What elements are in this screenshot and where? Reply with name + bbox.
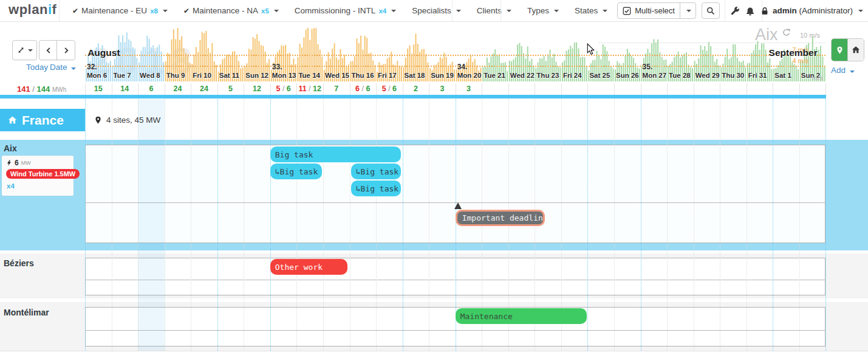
day-column-label[interactable]: Sun 26 (616, 72, 639, 79)
day-separator (138, 83, 138, 95)
day-column-label[interactable]: Wed 22 (510, 72, 535, 79)
day-column-label[interactable]: Sun 19 (431, 72, 454, 79)
zoom-range-button[interactable] (12, 40, 37, 60)
day-separator (799, 83, 800, 95)
task-bar-big-task[interactable]: ↳Big task (270, 164, 322, 179)
grid-dayline (720, 99, 720, 351)
day-column-label[interactable]: Mon 13 (272, 72, 296, 79)
day-column-label[interactable]: Thu 23 (536, 72, 559, 79)
wrench-icon[interactable] (730, 6, 740, 16)
day-column-label[interactable]: Thu 9 (166, 72, 185, 79)
day-column-label[interactable]: Fri 10 (193, 72, 211, 79)
task-bar-other-work[interactable]: Other work (270, 259, 348, 275)
caret-down-icon (456, 10, 461, 12)
task-bar-important-deadline[interactable]: Important deadline (456, 210, 545, 226)
day-column-label[interactable]: Wed 15 (325, 72, 349, 79)
next-button[interactable] (56, 40, 75, 60)
day-column-label[interactable]: Mon 6 (87, 72, 107, 79)
prev-button[interactable] (39, 40, 58, 60)
map-pin-icon (94, 115, 102, 125)
wind-threshold-line (85, 55, 825, 56)
day-column-label[interactable]: Tue 21 (484, 72, 505, 79)
nav-menu-container: ✔Maintenance - EUx8✔Maintenance - NAx5Co… (64, 0, 615, 21)
home-view-button[interactable] (847, 39, 864, 61)
nav-menu-commissioning-intl[interactable]: Commissioning - INTLx4 (287, 6, 404, 15)
day-separator (376, 83, 377, 95)
nav-menu-states[interactable]: States (567, 6, 615, 15)
day-column-label[interactable]: Wed 8 (140, 72, 160, 79)
day-separator (112, 83, 112, 95)
nav-menu-clients[interactable]: Clients (469, 6, 519, 15)
nav-menu-types[interactable]: Types (519, 6, 567, 15)
bolt-icon (6, 159, 12, 167)
site-row-beziers[interactable]: Béziers (4, 258, 34, 268)
grid-dayline (270, 99, 271, 351)
task-bar-big-task[interactable]: ↳Big task (351, 164, 401, 179)
day-production-value: 15 (85, 84, 112, 93)
group-row-france[interactable]: France (0, 109, 85, 131)
multi-select-button[interactable]: Multi-select (617, 2, 696, 19)
day-column-label[interactable]: Mon 27 (643, 72, 667, 79)
turbine-badge[interactable]: Wind Turbine 1.5MW (6, 169, 80, 179)
bell-icon[interactable] (745, 6, 755, 16)
day-separator (165, 83, 165, 95)
grid-dayline (799, 99, 800, 351)
day-column-label[interactable]: Sun 12 (245, 72, 268, 79)
day-production-value: 11 / 12 (296, 84, 323, 93)
day-column-label[interactable]: Thu 16 (352, 72, 374, 79)
search-button[interactable] (702, 2, 720, 19)
check-icon: ✔ (183, 7, 190, 15)
grid-dayline (165, 99, 165, 351)
day-column-label[interactable]: Sat 25 (589, 72, 610, 79)
day-column-label[interactable]: Sat 11 (219, 72, 239, 79)
day-separator (429, 83, 429, 95)
zoom-caret[interactable] (28, 49, 33, 52)
group-summary: 4 sites, 45 MW (94, 115, 160, 125)
day-column-label[interactable]: Tue 7 (114, 72, 131, 79)
map-view-button[interactable] (832, 39, 847, 61)
nav-menu-maintenance-eu[interactable]: ✔Maintenance - EUx8 (64, 6, 176, 15)
today-button[interactable]: Today (26, 63, 48, 72)
day-column-label[interactable]: Sat 1 (774, 72, 791, 79)
day-column-label[interactable]: Fri 31 (748, 72, 767, 79)
app-logo[interactable]: wplanif (9, 2, 56, 18)
mouse-cursor (587, 43, 595, 55)
day-column-label[interactable]: Thu 30 (722, 72, 744, 79)
day-column-label[interactable]: Tue 28 (669, 72, 691, 79)
task-bar-maintenance[interactable]: Maintenance (456, 308, 587, 324)
day-separator (747, 83, 747, 95)
caret-down-icon (391, 10, 396, 12)
day-column-label[interactable]: Wed 29 (695, 72, 720, 79)
day-separator (350, 83, 350, 95)
month-label: August (87, 47, 120, 58)
site-row-montelimar[interactable]: Montélimar (4, 308, 49, 317)
task-bar-big-task[interactable]: ↳Big task (351, 181, 401, 196)
day-column-label[interactable]: Fri 24 (563, 72, 582, 79)
day-separator (296, 83, 297, 95)
date-dropdown[interactable]: Date (50, 63, 76, 72)
multi-select-caret[interactable] (680, 3, 695, 18)
day-production-value: 5 / 6 (270, 84, 297, 93)
task-bar-big-task[interactable]: Big task (270, 146, 402, 162)
day-production-value: 2 (403, 84, 429, 93)
add-dropdown[interactable]: Add (831, 66, 855, 75)
refresh-icon[interactable] (782, 28, 791, 37)
multi-select-label: Multi-select (635, 6, 675, 15)
nav-menu-specialists[interactable]: Specialists (404, 6, 469, 15)
app-window: wplanif ✔Maintenance - EUx8✔Maintenance … (0, 0, 868, 355)
user-menu[interactable]: admin (Administrator) (760, 6, 863, 15)
user-role: (Administrator) (799, 6, 853, 15)
grid-dayline (694, 99, 694, 351)
day-separator (508, 83, 509, 95)
day-column-label[interactable]: Mon 20 (457, 72, 482, 79)
day-column-label[interactable]: Sat 18 (405, 72, 425, 79)
nav-menu-label: States (575, 6, 598, 15)
day-column-label[interactable]: Tue 14 (298, 72, 320, 79)
day-separator (482, 83, 482, 95)
nav-menu-maintenance-na[interactable]: ✔Maintenance - NAx5 (176, 6, 287, 15)
site-row-aix[interactable]: Aix (4, 143, 17, 153)
caret-down-icon (554, 10, 559, 12)
search-icon (706, 7, 715, 15)
day-column-label[interactable]: Fri 17 (378, 72, 397, 79)
grid-dayline (773, 99, 773, 351)
